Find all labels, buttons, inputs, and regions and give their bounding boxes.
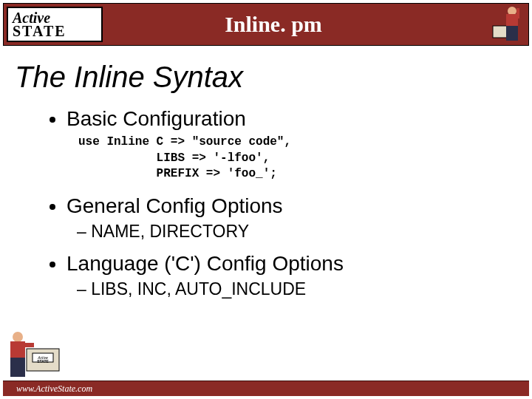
bullet-list: Basic Configuration use Inline C => "sou… <box>66 106 517 301</box>
activestate-logo: Active STATE <box>7 7 103 42</box>
sub-bullet: LIBS, INC, AUTO_INCLUDE <box>77 278 517 301</box>
svg-rect-3 <box>506 26 518 41</box>
logo-text-bottom: STATE <box>13 24 101 38</box>
code-block: use Inline C => "source code", LIBS => '… <box>78 134 517 183</box>
logo-text-top: Active <box>13 11 101 24</box>
slide-content: The Inline Syntax Basic Configuration us… <box>0 46 532 301</box>
svg-rect-12 <box>24 343 34 347</box>
sub-list: LIBS, INC, AUTO_INCLUDE <box>77 278 517 301</box>
header-title: Inline. pm <box>103 12 488 37</box>
sub-list: NAME, DIRECTORY <box>77 220 517 243</box>
bullet-basic-config: Basic Configuration use Inline C => "sou… <box>66 106 517 183</box>
bullet-text: Language ('C') Config Options <box>66 252 344 275</box>
svg-rect-4 <box>516 8 519 18</box>
bullet-text: General Config Options <box>66 194 283 217</box>
bullet-text: Basic Configuration <box>66 107 246 130</box>
slide-title: The Inline Syntax <box>15 61 517 94</box>
bullet-general-config: General Config Options NAME, DIRECTORY <box>66 193 517 243</box>
mascot-icon <box>488 4 527 45</box>
svg-rect-10 <box>10 341 25 358</box>
svg-point-9 <box>13 332 23 342</box>
svg-rect-2 <box>506 14 518 26</box>
sub-bullet: NAME, DIRECTORY <box>77 220 517 243</box>
svg-text:STATE: STATE <box>37 359 49 364</box>
footer-mascot-icon: Active STATE <box>4 327 62 384</box>
bullet-language-config: Language ('C') Config Options LIBS, INC,… <box>66 250 517 301</box>
footer-url: www.ActiveState.com <box>16 383 92 395</box>
svg-rect-11 <box>10 358 25 377</box>
header-bar: Active STATE Inline. pm <box>3 3 529 46</box>
footer-bar: www.ActiveState.com <box>3 381 529 396</box>
